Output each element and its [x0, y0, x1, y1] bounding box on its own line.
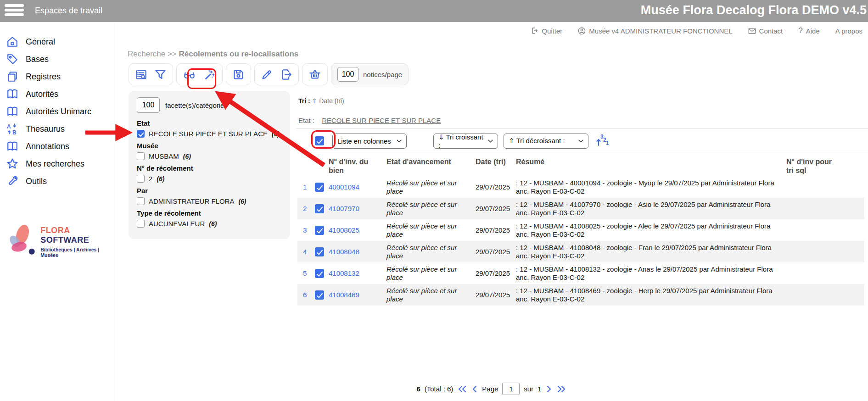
previous-page-icon[interactable]: [471, 385, 478, 393]
sort-descending-select[interactable]: ⇑ Tri décroissant :: [504, 134, 588, 149]
aide-link[interactable]: ? Aide: [798, 26, 820, 35]
select-all-checkbox[interactable]: [315, 136, 324, 145]
inventory-link[interactable]: 41008048: [329, 248, 386, 256]
sidebar-item-annotations[interactable]: Annotations: [0, 138, 115, 155]
inventory-link[interactable]: 41007970: [329, 205, 386, 212]
sidebar-item-registres[interactable]: Registres: [0, 68, 115, 85]
toolbar-group-save: [226, 63, 251, 85]
row-date: 29/07/2025: [476, 183, 516, 191]
facet-group-par: Par ADMINISTRATEUR FLORA (6): [137, 187, 282, 205]
glasses-icon[interactable]: [183, 68, 196, 81]
row-number: 2: [303, 205, 315, 212]
row-checkbox[interactable]: [315, 290, 324, 300]
facet-option: 2 (6): [137, 175, 282, 183]
facet-option: ADMINISTRATEUR FLORA (6): [137, 197, 282, 205]
chevron-down-icon: [488, 139, 493, 143]
header-resume[interactable]: Résumé: [516, 157, 780, 166]
list-controls-bar: Liste en colonnes ⇓ Tri croissant : ⇑ Tr…: [297, 133, 610, 149]
row-date: 29/07/2025: [476, 205, 516, 212]
pagination-bar: 6 (Total : 6) Page sur 1: [115, 383, 868, 395]
tag-icon: [6, 53, 18, 65]
table-row: 4 41008048 Récolé sur pièce et sur place…: [297, 241, 864, 262]
quitter-link[interactable]: Quitter: [531, 27, 562, 35]
inventory-link[interactable]: 41008132: [329, 269, 386, 277]
contact-link[interactable]: Contact: [748, 27, 783, 35]
sort-alpha-icon: AB: [6, 123, 18, 135]
next-page-icon[interactable]: [546, 385, 552, 393]
header-status[interactable]: Etat d'avancement: [386, 157, 476, 166]
table-header-row: N° d'inv. du bien Etat d'avancement Date…: [297, 155, 864, 176]
facet-panel: facette(s)/catégorie Etat RECOLE SUR PIE…: [129, 91, 290, 239]
header-sql[interactable]: N° d'inv pour tri sql: [780, 157, 840, 175]
last-page-icon[interactable]: [556, 385, 566, 393]
page-input[interactable]: [502, 383, 520, 395]
row-status: Récolé sur pièce et sur place: [386, 179, 476, 195]
sort-ascending-select[interactable]: ⇓ Tri croissant :: [433, 134, 498, 149]
header-date[interactable]: Date (tri): [476, 157, 516, 166]
list-search-icon[interactable]: [135, 68, 147, 81]
apropos-link[interactable]: A propos: [835, 27, 862, 35]
inventory-link[interactable]: 41008025: [329, 226, 386, 234]
facet-checkbox[interactable]: [137, 197, 145, 205]
filter-icon[interactable]: [154, 68, 167, 81]
facet-count-input[interactable]: [137, 97, 160, 113]
hamburger-menu-icon[interactable]: [5, 4, 24, 18]
toolbar-group-display: [129, 63, 173, 85]
workspaces-label[interactable]: Espaces de travail: [35, 6, 102, 16]
toolbar-group-basket: [302, 63, 328, 85]
sidebar-item-bases[interactable]: Bases: [0, 50, 115, 68]
sort-numeric-icon[interactable]: 321: [594, 133, 610, 149]
facet-checkbox[interactable]: [137, 220, 145, 228]
mail-icon: [748, 28, 756, 34]
view-mode-select[interactable]: Liste en colonnes: [332, 134, 407, 149]
top-header-bar: Espaces de travail Musée Flora Decalog F…: [0, 0, 868, 22]
notices-per-page-input[interactable]: [337, 67, 358, 82]
row-date: 29/07/2025: [476, 269, 516, 277]
inventory-link[interactable]: 41008469: [329, 291, 386, 299]
sidebar-item-mes-recherches[interactable]: Mes recherches: [0, 155, 115, 173]
facet-group-musee: Musée MUSBAM (6): [137, 142, 282, 160]
row-resume: : 12 - MUSBAM - 41008132 - zoologie - An…: [516, 265, 780, 281]
row-number: 6: [303, 291, 315, 299]
results-toolbar: notices/page: [129, 63, 409, 85]
result-count: 6: [416, 385, 420, 393]
facet-checkbox[interactable]: [137, 152, 145, 160]
sidebar-item-autorites-unimarc[interactable]: Autorités Unimarc: [0, 103, 115, 120]
sidebar-item-outils[interactable]: Outils: [0, 173, 115, 190]
first-page-icon[interactable]: [457, 385, 467, 393]
facet-count-row: facette(s)/catégorie: [137, 97, 282, 113]
facet-checkbox[interactable]: [137, 175, 145, 183]
row-number: 4: [303, 248, 315, 256]
sidebar-item-general[interactable]: Général: [0, 33, 115, 50]
facet-checkbox[interactable]: [137, 130, 145, 138]
breadcrumb: Recherche >> Récolements ou re-localisat…: [128, 50, 298, 59]
basket-icon[interactable]: [308, 68, 321, 81]
magic-wand-icon[interactable]: [203, 68, 216, 81]
save-icon[interactable]: [232, 68, 245, 81]
active-filter-value[interactable]: RECOLE SUR PIECE ET SUR PLACE: [322, 117, 441, 124]
facet-count-label: facette(s)/catégorie: [165, 101, 224, 109]
row-checkbox[interactable]: [315, 247, 324, 256]
row-number: 3: [303, 226, 315, 234]
flora-butterfly-icon: [6, 222, 37, 262]
row-number: 1: [303, 183, 315, 191]
result-total: (Total : 6): [425, 385, 454, 393]
pencil-icon[interactable]: [261, 68, 273, 81]
inventory-link[interactable]: 40001094: [329, 183, 386, 191]
row-status: Récolé sur pièce et sur place: [386, 200, 476, 217]
row-resume: : 12 - MUSBAM - 41007970 - zoologie - As…: [516, 200, 780, 217]
sidebar-item-thesaurus[interactable]: AB Thesaurus: [0, 120, 115, 138]
user-account-link[interactable]: Musée v4 ADMINISTRATEUR FONCTIONNEL: [578, 27, 732, 35]
row-checkbox[interactable]: [315, 269, 324, 278]
row-checkbox[interactable]: [315, 226, 324, 235]
notices-per-page-label: notices/page: [363, 71, 402, 78]
export-icon[interactable]: [280, 68, 292, 81]
breadcrumb-parent[interactable]: Recherche: [128, 50, 165, 58]
book-icon: [6, 88, 18, 100]
row-number: 5: [303, 269, 315, 277]
table-row: 5 41008132 Récolé sur pièce et sur place…: [297, 262, 864, 284]
row-checkbox[interactable]: [315, 183, 324, 192]
sidebar-item-autorites[interactable]: Autorités: [0, 85, 115, 103]
header-inv[interactable]: N° d'inv. du bien: [329, 157, 386, 175]
row-checkbox[interactable]: [315, 204, 324, 213]
